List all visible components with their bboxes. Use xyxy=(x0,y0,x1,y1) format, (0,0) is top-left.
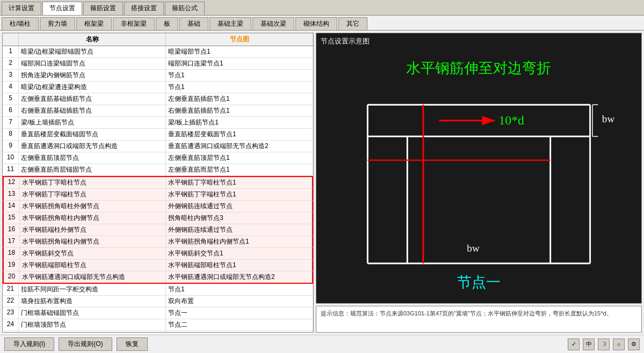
tab-connect[interactable]: 搭接设置 xyxy=(124,2,164,15)
table-row[interactable]: 3拐角连梁内侧钢筋节点节点1 xyxy=(3,70,313,82)
row-name: 水平钢筋遭遇洞口或端部无节点构造 xyxy=(20,271,166,283)
tab-formula[interactable]: 箍筋公式 xyxy=(165,2,205,15)
row-node: 垂直筋遭遇洞口或端部无节点构造2 xyxy=(166,141,313,152)
tab-basemain[interactable]: 基础主梁 xyxy=(209,17,251,30)
row-name: 左侧垂直筋顶层节点 xyxy=(19,152,166,164)
table-row[interactable]: 9垂直筋遭遇洞口或端部无节点构造垂直筋遭遇洞口或端部无节点构造2 xyxy=(3,141,313,152)
table-row[interactable]: 16水平钢筋端柱外侧节点外侧钢筋连续通过节点 xyxy=(3,224,313,236)
table-row[interactable]: 14水平钢筋拐角暗柱外侧节点外侧钢筋连续通过节点 xyxy=(3,201,313,212)
circle-icon[interactable]: ○ xyxy=(613,339,625,350)
row-name: 左侧垂直筋基础插筋节点 xyxy=(19,93,166,105)
row-name: 拐角连梁内侧钢筋节点 xyxy=(19,70,166,81)
content-area: 名称 节点图 1暗梁/边框梁端部锚固节点暗梁端部节点12端部洞口连梁锚固节点端部… xyxy=(0,31,644,335)
svg-text:水平钢筋伸至对边弯折: 水平钢筋伸至对边弯折 xyxy=(407,60,552,76)
table-row[interactable]: 1暗梁/边框梁端部锚固节点暗梁端部节点1 xyxy=(3,46,313,58)
tab-shear[interactable]: 剪力墙 xyxy=(40,17,75,30)
table-row[interactable]: 18水平钢筋斜交节点水平钢筋斜交节点1 xyxy=(3,248,313,260)
row-name: 水平钢筋拐角端柱内侧节点 xyxy=(20,236,166,247)
row-name: 右侧垂直筋基础插筋节点 xyxy=(19,105,166,116)
row-name: 端部洞口连梁锚固节点 xyxy=(19,58,166,69)
tab-other[interactable]: 其它 xyxy=(338,17,367,30)
mid-icon[interactable]: 中 xyxy=(583,339,595,350)
tab-rebar[interactable]: 箍筋设置 xyxy=(83,2,123,15)
row-num: 10 xyxy=(3,152,19,164)
row-name: 水平钢筋端部暗柱节点 xyxy=(20,260,166,271)
row-name: 梁/板上墙插筋节点 xyxy=(19,117,166,128)
right-panel: 节点设置示意图 水平钢筋伸至对边弯折 xyxy=(316,33,642,333)
row-node: 节点1 xyxy=(166,284,313,295)
row-node: 外侧钢筋连续通过节点 xyxy=(166,224,312,236)
tab-node[interactable]: 节点设置 xyxy=(42,2,82,15)
table-header: 名称 节点图 xyxy=(3,33,313,46)
row-num: 7 xyxy=(3,117,19,128)
row-node: 节点二 xyxy=(166,319,313,330)
table-row[interactable]: 23门框墙基础锚固节点节点一 xyxy=(3,307,313,319)
table-row[interactable]: 25门框墙上下部水平纵筋端部节点节点二 xyxy=(3,331,313,332)
restore-button[interactable]: 恢复 xyxy=(117,337,148,351)
import-button[interactable]: 导入规则(I) xyxy=(4,337,54,351)
tab-basesec[interactable]: 基础次梁 xyxy=(252,17,294,30)
row-name: 垂直筋遭遇洞口或端部无节点构造 xyxy=(19,141,166,152)
tab-nonframe[interactable]: 非框架梁 xyxy=(113,17,155,30)
row-node: 节点1 xyxy=(166,82,313,93)
row-num: 13 xyxy=(4,189,20,200)
row-name: 暗梁/边框梁端部锚固节点 xyxy=(19,46,166,57)
tab-base[interactable]: 基础 xyxy=(179,17,208,30)
row-num: 22 xyxy=(3,296,19,307)
table-row[interactable]: 5左侧垂直筋基础插筋节点左侧垂直筋插筋节点1 xyxy=(3,93,313,105)
row-node: 水平钢筋端部暗柱节点1 xyxy=(166,260,312,271)
export-button[interactable]: 导出规则(O) xyxy=(59,337,112,351)
row-num: 18 xyxy=(4,248,20,259)
row-node: 左侧垂直筋顶层节点1 xyxy=(166,152,313,164)
header-node: 节点图 xyxy=(166,33,313,46)
table-row[interactable]: 17水平钢筋拐角端柱内侧节点水平钢筋拐角端柱内侧节点1 xyxy=(3,236,313,248)
row-node: 水平钢筋斜交节点1 xyxy=(166,248,312,259)
row-name: 水平钢筋丁字端柱节点 xyxy=(20,189,166,200)
tab-col[interactable]: 柱/墙柱 xyxy=(2,17,39,30)
table-row[interactable]: 13水平钢筋丁字端柱节点水平钢筋丁字端柱节点1 xyxy=(3,189,313,201)
gear-icon[interactable]: ⚙ xyxy=(628,339,640,350)
row-node: 水平钢筋遭遇洞口或端部无节点构造2 xyxy=(166,271,312,283)
table-row[interactable]: 22墙身拉筋布置构造双向布置 xyxy=(3,296,313,307)
row-num: 20 xyxy=(4,271,20,283)
table-row[interactable]: 21拉筋不同间距一字柜交构造节点1 xyxy=(3,284,313,296)
check-icon[interactable]: ✓ xyxy=(568,339,580,350)
left-panel: 名称 节点图 1暗梁/边框梁端部锚固节点暗梁端部节点12端部洞口连梁锚固节点端部… xyxy=(2,33,314,333)
svg-text:节点一: 节点一 xyxy=(457,274,501,290)
table-row[interactable]: 8垂直筋楼层变截面锚固节点垂直筋楼层变截面节点1 xyxy=(3,129,313,141)
row-num: 19 xyxy=(4,260,20,271)
diagram-area: 节点设置示意图 水平钢筋伸至对边弯折 xyxy=(316,33,642,304)
row-name: 拉筋不同间距一字柜交构造 xyxy=(19,284,166,295)
table-row[interactable]: 6右侧垂直筋基础插筋节点右侧垂直筋插筋节点1 xyxy=(3,105,313,117)
tab-masonry[interactable]: 砌体结构 xyxy=(295,17,337,30)
row-name: 暗梁/边框梁遭连梁构造 xyxy=(19,82,166,93)
row-num: 3 xyxy=(3,70,19,81)
top-tabs: 计算设置 节点设置 箍筋设置 搭接设置 箍筋公式 xyxy=(0,0,644,16)
table-row[interactable]: 7梁/板上墙插筋节点梁/板上插筋节点1 xyxy=(3,117,313,129)
bottom-right-icons: ✓ 中 ☽ ○ ⚙ xyxy=(568,339,640,350)
table-row[interactable]: 24门框墙顶部节点节点二 xyxy=(3,319,313,331)
table-row[interactable]: 11左侧垂直筋而层锚固节点左侧垂直筋而层节点1 xyxy=(3,164,313,176)
row-num: 14 xyxy=(4,201,20,212)
header-num xyxy=(3,33,19,46)
tab-slab[interactable]: 板 xyxy=(156,17,178,30)
table-row[interactable]: 19水平钢筋端部暗柱节点水平钢筋端部暗柱节点1 xyxy=(3,260,313,271)
row-num: 8 xyxy=(3,129,19,140)
row-num: 11 xyxy=(3,164,19,175)
tab-frame[interactable]: 框架梁 xyxy=(76,17,112,30)
table-row[interactable]: 20水平钢筋遭遇洞口或端部无节点构造水平钢筋遭遇洞口或端部无节点构造2 xyxy=(3,271,313,284)
table-row[interactable]: 10左侧垂直筋顶层节点左侧垂直筋顶层节点1 xyxy=(3,152,313,164)
tab-calc[interactable]: 计算设置 xyxy=(2,2,41,15)
row-node: 节点二 xyxy=(166,331,313,332)
row-num: 1 xyxy=(3,46,19,57)
table-row[interactable]: 4暗梁/边框梁遭连梁构造节点1 xyxy=(3,82,313,93)
table-row[interactable]: 15水平钢筋拐角暗柱内侧节点拐角暗柱内侧节点3 xyxy=(3,212,313,224)
table-row[interactable]: 2端部洞口连梁锚固节点端部洞口连梁节点1 xyxy=(3,58,313,70)
moon-icon[interactable]: ☽ xyxy=(598,339,610,350)
row-node: 水平钢筋丁字端柱节点1 xyxy=(166,189,312,200)
table-row[interactable]: 12水平钢筋丁字暗柱节点水平钢筋丁字暗柱节点1 xyxy=(3,176,313,189)
row-name: 门框墙顶部节点 xyxy=(19,319,166,330)
row-num: 16 xyxy=(4,224,20,236)
row-num: 24 xyxy=(3,319,19,330)
row-num: 17 xyxy=(4,236,20,247)
